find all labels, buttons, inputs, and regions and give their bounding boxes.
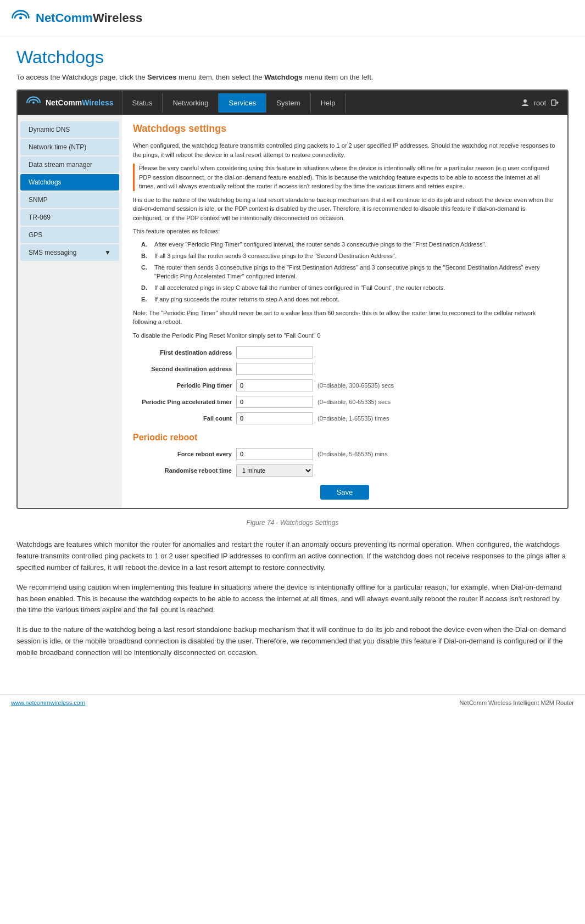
footer-right: NetComm Wireless Intelligent M2M Router <box>460 699 574 706</box>
svg-point-0 <box>19 16 22 19</box>
nav-status[interactable]: Status <box>122 93 163 113</box>
nav-networking[interactable]: Networking <box>163 93 219 113</box>
logo-text: NetCommWireless <box>36 11 142 25</box>
second-dest-input[interactable] <box>236 363 313 375</box>
sidebar-item-data-stream[interactable]: Data stream manager <box>20 156 119 173</box>
form-section: First destination address Second destina… <box>133 346 556 424</box>
sidebar-item-dynamic-dns[interactable]: Dynamic DNS <box>20 121 119 138</box>
page-intro: To access the Watchdogs page, click the … <box>16 73 569 81</box>
fail-count-hint: (0=disable, 1-65535) times <box>317 415 389 422</box>
sidebar-item-sms-label: SMS messaging <box>29 249 76 256</box>
main-layout: Dynamic DNS Network time (NTP) Data stre… <box>18 115 567 508</box>
nav-items: Status Networking Services System Help <box>122 93 346 113</box>
step-c-label: C. <box>141 264 150 281</box>
step-c-text: The router then sends 3 consecutive ping… <box>154 264 556 281</box>
save-btn-row: Save <box>133 485 556 500</box>
step-a-label: A. <box>141 240 150 249</box>
second-dest-label: Second destination address <box>133 366 232 372</box>
ping-timer-input[interactable] <box>236 379 313 391</box>
step-b-label: B. <box>141 252 150 260</box>
step-d-text: If all accelerated pings in step C above… <box>154 284 445 292</box>
sidebar-item-snmp[interactable]: SNMP <box>20 192 119 208</box>
nav-logo: NetCommWireless <box>18 91 122 115</box>
sidebar-item-tr069[interactable]: TR-069 <box>20 209 119 226</box>
footer: www.netcommwireless.com NetComm Wireless… <box>0 695 585 710</box>
step-e-label: E. <box>141 295 150 304</box>
sidebar-item-gps[interactable]: GPS <box>20 227 119 243</box>
step-e-text: If any ping succeeds the router returns … <box>154 295 339 304</box>
step-a: A. After every "Periodic Ping Timer" con… <box>141 240 556 249</box>
section-title: Watchdogs settings <box>133 123 556 135</box>
ping-timer-hint: (0=disable, 300-65535) secs <box>317 382 394 389</box>
step-b-text: If all 3 pings fail the router sends 3 c… <box>154 252 397 260</box>
step-c: C. The router then sends 3 consecutive p… <box>141 264 556 281</box>
nav-logo-text: NetCommWireless <box>46 98 114 107</box>
fail-count-row: Fail count (0=disable, 1-65535) times <box>133 412 556 424</box>
note2: To disable the Periodic Ping Reset Monit… <box>133 331 556 340</box>
user-icon <box>521 98 530 107</box>
step-d-label: D. <box>141 284 150 292</box>
page-title: Watchdogs <box>16 47 569 68</box>
step-b: B. If all 3 pings fail the router sends … <box>141 252 556 260</box>
logout-icon <box>550 98 559 107</box>
screenshot-container: NetCommWireless Status Networking Servic… <box>16 89 569 509</box>
nav-help[interactable]: Help <box>311 93 346 113</box>
ping-accel-hint: (0=disable, 60-65335) secs <box>317 399 391 405</box>
step-a-text: After every "Periodic Ping Timer" config… <box>154 240 486 249</box>
second-dest-row: Second destination address <box>133 363 556 375</box>
nav-user: root <box>512 94 567 111</box>
top-header: NetCommWireless <box>0 0 585 36</box>
svg-point-1 <box>32 102 35 104</box>
sidebar-item-sms[interactable]: SMS messaging ▼ <box>20 244 119 261</box>
steps-list: A. After every "Periodic Ping Timer" con… <box>141 240 556 304</box>
ping-timer-label: Periodic Ping timer <box>133 382 232 389</box>
step-d: D. If all accelerated pings in step C ab… <box>141 284 556 292</box>
randomise-label: Randomise reboot time <box>133 467 232 474</box>
save-button[interactable]: Save <box>320 485 370 500</box>
sidebar: Dynamic DNS Network time (NTP) Data stre… <box>18 115 122 508</box>
first-dest-row: First destination address <box>133 346 556 359</box>
first-dest-input[interactable] <box>236 346 313 359</box>
desc2: Please be very careful when considering … <box>133 164 556 191</box>
main-area: Watchdogs settings When configured, the … <box>122 115 567 508</box>
force-reboot-label: Force reboot every <box>133 451 232 457</box>
footer-link[interactable]: www.netcommwireless.com <box>11 699 85 706</box>
svg-point-2 <box>523 99 527 103</box>
body-para2: We recommend using caution when implemen… <box>16 582 569 616</box>
svg-rect-3 <box>551 100 556 105</box>
body-para1: Watchdogs are features which monitor the… <box>16 539 569 573</box>
first-dest-label: First destination address <box>133 349 232 356</box>
ping-accel-row: Periodic Ping accelerated timer (0=disab… <box>133 396 556 408</box>
fail-count-input[interactable] <box>236 412 313 424</box>
figure-caption: Figure 74 - Watchdogs Settings <box>16 514 569 531</box>
sidebar-item-ntp[interactable]: Network time (NTP) <box>20 139 119 155</box>
services-bold: Services <box>147 73 177 81</box>
logo-icon <box>11 8 30 27</box>
ping-accel-label: Periodic Ping accelerated timer <box>133 399 232 405</box>
nav-bar: NetCommWireless Status Networking Servic… <box>18 91 567 115</box>
watchdogs-bold: Watchdogs <box>264 73 303 81</box>
desc1: When configured, the watchdog feature tr… <box>133 141 556 159</box>
randomise-select[interactable]: 1 minute 5 minutes 10 minutes 30 minutes <box>236 464 313 477</box>
body-para3: It is due to the nature of the watchdog … <box>16 624 569 658</box>
step-e: E. If any ping succeeds the router retur… <box>141 295 556 304</box>
force-reboot-input[interactable] <box>236 448 313 460</box>
operates-label: This feature operates as follows: <box>133 227 556 236</box>
note1: Note: The "Periodic Ping Timer" should n… <box>133 309 556 327</box>
chevron-down-icon: ▼ <box>104 249 111 256</box>
force-reboot-row: Force reboot every (0=disable, 5-65535) … <box>133 448 556 460</box>
ping-accel-input[interactable] <box>236 396 313 408</box>
nav-system[interactable]: System <box>266 93 310 113</box>
desc3: It is due to the nature of the watchdog … <box>133 195 556 223</box>
sidebar-item-watchdogs[interactable]: Watchdogs <box>20 174 119 191</box>
page-content: Watchdogs To access the Watchdogs page, … <box>0 36 585 678</box>
fail-count-label: Fail count <box>133 415 232 422</box>
randomise-row: Randomise reboot time 1 minute 5 minutes… <box>133 464 556 477</box>
nav-services[interactable]: Services <box>219 93 266 113</box>
periodic-reboot-title: Periodic reboot <box>133 433 556 443</box>
force-reboot-hint: (0=disable, 5-65535) mins <box>317 451 388 457</box>
ping-timer-row: Periodic Ping timer (0=disable, 300-6553… <box>133 379 556 391</box>
logo-area: NetCommWireless <box>11 8 574 27</box>
nav-logo-icon <box>26 95 41 110</box>
